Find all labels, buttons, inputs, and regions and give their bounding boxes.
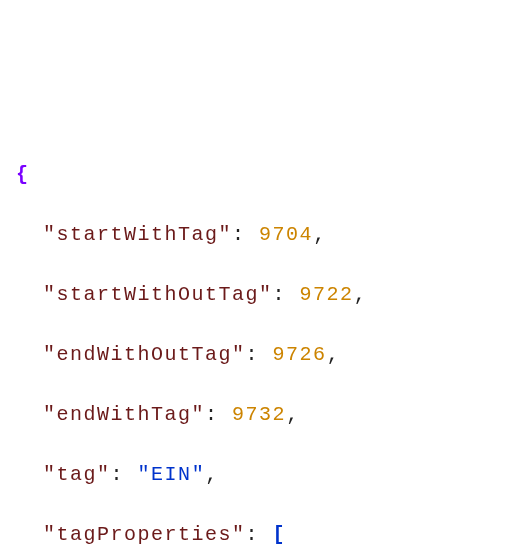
val-startWithOutTag: 9722 (300, 283, 354, 306)
key-tagProperties: tagProperties (57, 523, 233, 546)
line-startWithTag: "startWithTag": 9704, (16, 220, 508, 250)
key-tag: tag (57, 463, 98, 486)
val-tag: EIN (151, 463, 192, 486)
key-endWithTag: endWithTag (57, 403, 192, 426)
line-tagProperties: "tagProperties": [ (16, 520, 508, 550)
line-open-brace: { (16, 160, 508, 190)
line-endWithOutTag: "endWithOutTag": 9726, (16, 340, 508, 370)
val-startWithTag: 9704 (259, 223, 313, 246)
bracket-open: [ (273, 523, 287, 546)
brace-open: { (16, 163, 30, 186)
val-endWithTag: 9732 (232, 403, 286, 426)
key-startWithTag: startWithTag (57, 223, 219, 246)
line-tag: "tag": "EIN", (16, 460, 508, 490)
json-code-block: { "startWithTag": 9704, "startWithOutTag… (16, 130, 508, 550)
line-endWithTag: "endWithTag": 9732, (16, 400, 508, 430)
key-endWithOutTag: endWithOutTag (57, 343, 233, 366)
line-startWithOutTag: "startWithOutTag": 9722, (16, 280, 508, 310)
key-startWithOutTag: startWithOutTag (57, 283, 260, 306)
val-endWithOutTag: 9726 (273, 343, 327, 366)
